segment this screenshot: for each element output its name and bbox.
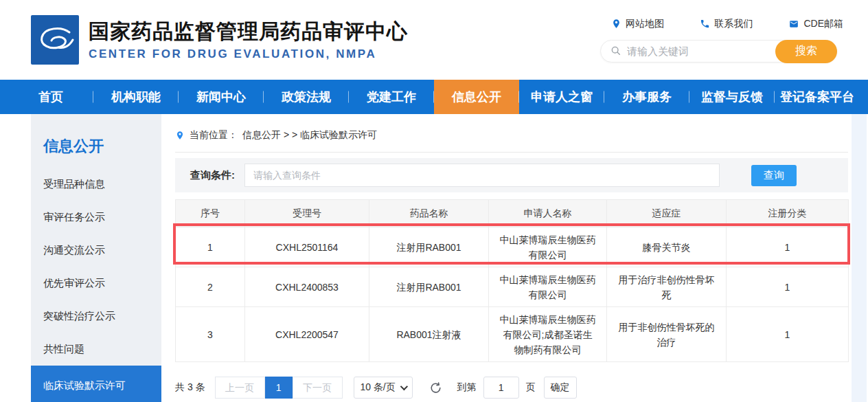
query-button[interactable]: 查询 (751, 165, 797, 186)
sidebar-item-common-issues[interactable]: 共性问题 (31, 333, 161, 366)
cde-mail-link[interactable]: CDE邮箱 (788, 18, 843, 30)
breadcrumb-path: 信息公开 > > 临床试验默示许可 (242, 129, 377, 142)
nav-item-news[interactable]: 新闻中心 (179, 80, 264, 114)
sidebar-item-accepted-varieties[interactable]: 受理品种信息 (31, 168, 161, 201)
col-header-registration-class: 注册分类 (727, 200, 849, 227)
site-titles: 国家药品监督管理局药品审评中心 CENTER FOR DRUG EVALUATI… (89, 19, 408, 61)
header-right: 网站地图 联系我们 CDE邮箱 搜索 (600, 18, 868, 63)
table-row[interactable]: 2 CXHL2400853 注射用RAB001 中山莱博瑞辰生物医药有限公司 用… (176, 267, 849, 307)
site-title-cn: 国家药品监督管理局药品审评中心 (89, 19, 408, 44)
cell-acceptance-no: CXHL2200547 (245, 307, 369, 362)
cde-logo-swirl-icon (35, 21, 75, 59)
nav-item-home[interactable]: 首页 (8, 80, 93, 114)
site-header: 国家药品监督管理局药品审评中心 CENTER FOR DRUG EVALUATI… (0, 0, 868, 80)
col-header-index: 序号 (176, 200, 245, 227)
cell-index: 2 (176, 267, 245, 307)
site-search: 搜索 (600, 40, 837, 63)
query-panel: 查询条件: 查询 (175, 158, 848, 192)
cell-registration-class: 1 (727, 307, 849, 362)
chevron-down-icon (400, 383, 408, 390)
main-area: 信息公开 受理品种信息 审评任务公示 沟通交流公示 优先审评公示 突破性治疗公示… (0, 114, 868, 402)
cell-indication: 膝骨关节炎 (607, 227, 727, 267)
cell-drug-name: RAB001注射液 (369, 307, 489, 362)
envelope-icon (788, 19, 799, 29)
site-title-en: CENTER FOR DRUG EVALUATION, NMPA (89, 47, 408, 61)
cell-drug-name: 注射用RAB001 (369, 227, 489, 267)
page-unit-label: 页 (526, 381, 536, 394)
breadcrumb-label: 当前位置： (190, 129, 238, 142)
cell-indication: 用于治疗非创伤性骨坏死 (607, 267, 727, 307)
sidebar-item-priority-review[interactable]: 优先审评公示 (31, 267, 161, 300)
phone-icon (700, 19, 710, 29)
cell-applicant: 中山莱博瑞辰生物医药有限公司 (489, 227, 607, 267)
table-row[interactable]: 3 CXHL2200547 RAB001注射液 中山莱博瑞辰生物医药有限公司;成… (176, 307, 849, 362)
site-search-button[interactable]: 搜索 (775, 40, 837, 63)
cell-indication: 用于非创伤性骨坏死的治疗 (607, 307, 727, 362)
page-size-value: 10 条/页 (360, 381, 395, 394)
breadcrumb: 当前位置： 信息公开 > > 临床试验默示许可 (175, 114, 848, 153)
sitemap-label: 网站地图 (626, 18, 664, 30)
pagination: 共 3 条 上一页 1 下一页 10 条/页 到第 (175, 377, 848, 399)
content: 当前位置： 信息公开 > > 临床试验默示许可 查询条件: 查询 序号 (175, 114, 848, 402)
cell-index: 3 (176, 307, 245, 362)
table-header-row: 序号 受理号 药品名称 申请人名称 适应症 注册分类 (176, 200, 849, 227)
next-page-button[interactable]: 下一页 (293, 377, 343, 399)
goto-page-input[interactable] (483, 377, 519, 399)
cell-index: 1 (176, 227, 245, 267)
nav-item-supervision[interactable]: 监督与反馈 (689, 80, 775, 114)
sidebar-item-clinical-trial-implied-license[interactable]: 临床试验默示许可 (31, 366, 161, 402)
cde-mail-label: CDE邮箱 (803, 18, 843, 30)
refresh-button[interactable] (429, 381, 442, 394)
nav-item-applicant[interactable]: 申请人之窗 (519, 80, 604, 114)
location-pin-icon (611, 19, 621, 29)
page-size-select[interactable]: 10 条/页 (354, 377, 413, 399)
table-row[interactable]: 1 CXHL2501164 注射用RAB001 中山莱博瑞辰生物医药有限公司 膝… (176, 227, 849, 267)
results-table-wrap: 序号 受理号 药品名称 申请人名称 适应症 注册分类 1 CXHL2501164 (175, 199, 848, 362)
page: 国家药品监督管理局药品审评中心 CENTER FOR DRUG EVALUATI… (0, 0, 868, 402)
refresh-icon (429, 381, 442, 394)
sidebar-item-review-tasks[interactable]: 审评任务公示 (31, 201, 161, 234)
nav-item-policy[interactable]: 政策法规 (264, 80, 349, 114)
sidebar-title: 信息公开 (31, 114, 161, 168)
prev-page-button[interactable]: 上一页 (215, 377, 265, 399)
cell-registration-class: 1 (727, 267, 849, 307)
quick-links: 网站地图 联系我们 CDE邮箱 (600, 18, 846, 30)
nav-item-registration-platform[interactable]: 登记备案平台 (775, 80, 860, 114)
cell-acceptance-no: CXHL2501164 (245, 227, 369, 267)
cell-acceptance-no: CXHL2400853 (245, 267, 369, 307)
page-number-button[interactable]: 1 (265, 377, 293, 399)
pager: 上一页 1 下一页 (215, 377, 343, 399)
nav-item-functions[interactable]: 机构职能 (93, 80, 179, 114)
search-icon (610, 45, 621, 56)
query-label: 查询条件: (190, 169, 235, 182)
main-nav: 首页 机构职能 新闻中心 政策法规 党建工作 信息公开 申请人之窗 办事服务 监… (0, 80, 868, 114)
site-search-input[interactable] (627, 45, 771, 57)
sidebar-item-breakthrough-therapy[interactable]: 突破性治疗公示 (31, 300, 161, 333)
nav-item-services[interactable]: 办事服务 (604, 80, 689, 114)
col-header-applicant: 申请人名称 (489, 200, 607, 227)
location-pin-icon (175, 130, 185, 141)
goto-page-label: 到第 (457, 381, 477, 394)
sidebar-item-communication[interactable]: 沟通交流公示 (31, 234, 161, 267)
cell-applicant: 中山莱博瑞辰生物医药有限公司 (489, 267, 607, 307)
col-header-drug-name: 药品名称 (369, 200, 489, 227)
sidebar: 信息公开 受理品种信息 审评任务公示 沟通交流公示 优先审评公示 突破性治疗公示… (31, 114, 161, 402)
confirm-button[interactable]: 确定 (544, 377, 577, 399)
nav-item-party[interactable]: 党建工作 (349, 80, 434, 114)
cell-drug-name: 注射用RAB001 (369, 267, 489, 307)
page-background-strip (852, 114, 867, 402)
cell-registration-class: 1 (727, 227, 849, 267)
col-header-indication: 适应症 (607, 200, 727, 227)
results-table: 序号 受理号 药品名称 申请人名称 适应症 注册分类 1 CXHL2501164 (175, 199, 849, 362)
cell-applicant: 中山莱博瑞辰生物医药有限公司;成都圣诺生物制药有限公司 (489, 307, 607, 362)
contact-label: 联系我们 (714, 18, 753, 30)
contact-link[interactable]: 联系我们 (700, 18, 753, 30)
cde-logo (31, 15, 79, 65)
sitemap-link[interactable]: 网站地图 (611, 18, 664, 30)
col-header-acceptance-no: 受理号 (245, 200, 369, 227)
pagination-total: 共 3 条 (175, 381, 205, 394)
nav-item-info-disclosure[interactable]: 信息公开 (434, 80, 519, 114)
query-input[interactable] (244, 164, 720, 187)
